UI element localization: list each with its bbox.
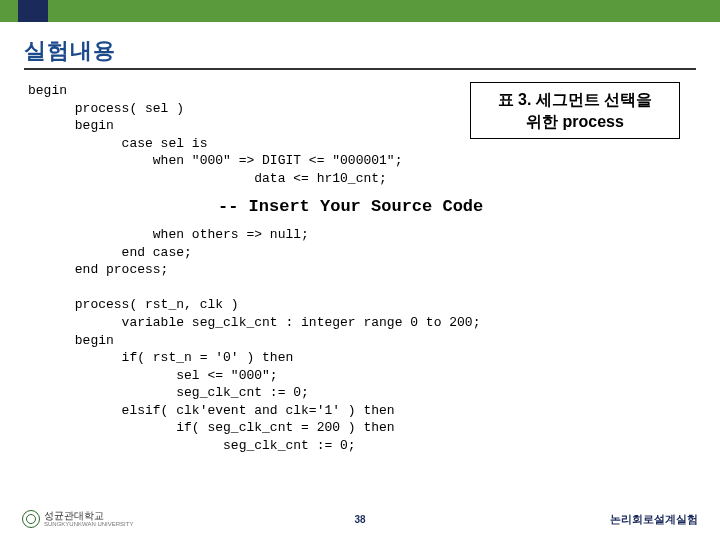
header-bar xyxy=(0,0,720,22)
page-number: 38 xyxy=(354,514,365,525)
footer: 성균관대학교 SUNGKYUNKWAN UNIVERSITY 38 논리회로설계… xyxy=(0,506,720,532)
callout-line1: 표 3. 세그먼트 선택을 xyxy=(475,89,675,111)
callout-line2: 위한 process xyxy=(475,111,675,133)
title-area: 실험내용 xyxy=(0,22,720,74)
university-name: 성균관대학교 xyxy=(44,511,133,521)
footer-right-text: 논리회로설계실험 xyxy=(610,512,698,527)
university-sub: SUNGKYUNKWAN UNIVERSITY xyxy=(44,521,133,527)
university-text: 성균관대학교 SUNGKYUNKWAN UNIVERSITY xyxy=(44,511,133,527)
university-mark-icon xyxy=(22,510,40,528)
university-logo: 성균관대학교 SUNGKYUNKWAN UNIVERSITY xyxy=(22,510,133,528)
page-title: 실험내용 xyxy=(24,36,696,70)
header-accent xyxy=(18,0,48,22)
insert-source-line: -- Insert Your Source Code xyxy=(28,197,692,216)
callout-box: 표 3. 세그먼트 선택을 위한 process xyxy=(470,82,680,139)
code-block-bottom: when others => null; end case; end proce… xyxy=(28,226,692,454)
